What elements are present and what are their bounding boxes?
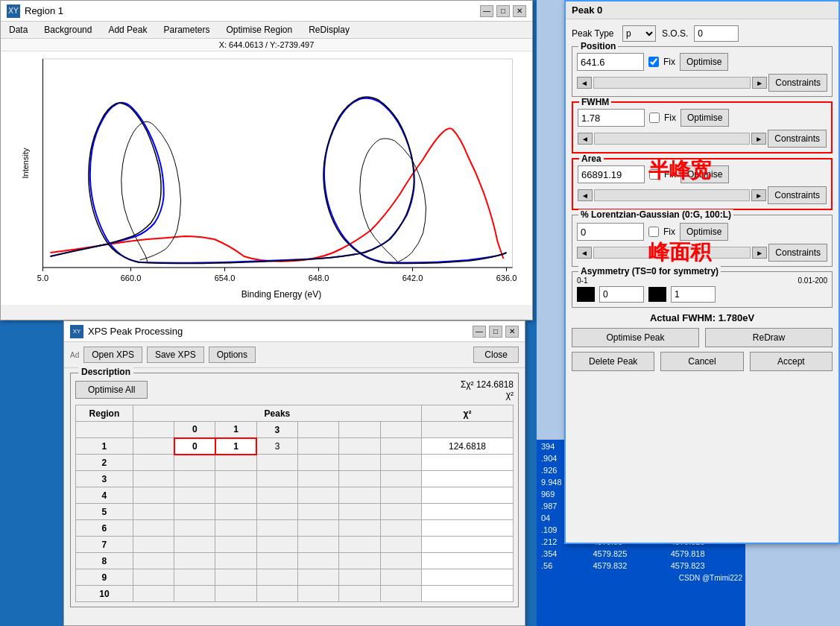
- cancel-button[interactable]: Cancel: [660, 352, 743, 371]
- xps-minimize-button[interactable]: —: [473, 326, 486, 338]
- xps-chart: Intensity 5.0 660.0 654.0 648.0 642.0 63…: [1, 51, 532, 305]
- menu-optimise-region[interactable]: Optimise Region: [224, 24, 294, 36]
- menu-redisplay[interactable]: ReDisplay: [306, 24, 352, 36]
- description-section: Description Optimise All Σχ² 124.6818 χ²…: [70, 373, 519, 607]
- bottom-btn-row-1: Optimise Peak ReDraw: [572, 328, 833, 347]
- region-title: Region 1: [25, 5, 63, 16]
- position-slider-row: ◄ ► Constraints: [577, 74, 827, 92]
- table-row: .56 4579.832 4579.823: [538, 560, 744, 571]
- asym-color-box-2: [648, 287, 666, 302]
- position-optimise-button[interactable]: Optimise: [680, 53, 728, 71]
- redraw-button[interactable]: ReDraw: [705, 328, 833, 347]
- peak-0-cell[interactable]: 0: [174, 438, 215, 455]
- table-row: 1 0 1 3 124.6818: [76, 438, 514, 455]
- delete-peak-button[interactable]: Delete Peak: [572, 352, 654, 371]
- area-slider-row: ◄ ► Constraints: [578, 186, 827, 204]
- chi2-value: 124.6818: [476, 379, 514, 390]
- fwhm-optimise-button[interactable]: Optimise: [680, 109, 729, 127]
- menu-parameters[interactable]: Parameters: [161, 24, 212, 36]
- xps-toolbar-close-button[interactable]: Close: [473, 347, 519, 363]
- position-constraints-button[interactable]: Constraints: [768, 74, 827, 92]
- fwhm-slider-right[interactable]: ►: [751, 133, 766, 145]
- fwhm-input[interactable]: [578, 109, 645, 127]
- asym-range-row: 0-1 0.01-200: [577, 276, 827, 285]
- position-fix-checkbox[interactable]: [648, 57, 659, 67]
- asymmetry-legend: Asymmetry (TS=0 for symmetry): [578, 266, 721, 276]
- accept-button[interactable]: Accept: [750, 352, 833, 371]
- svg-text:Intensity: Intensity: [21, 148, 30, 178]
- chi-info: Σχ² 124.6818 χ²: [461, 379, 514, 400]
- area-slider-right[interactable]: ►: [751, 189, 766, 201]
- fwhm-legend: FWHM: [579, 97, 611, 107]
- lorentzian-constraints-button[interactable]: Constraints: [768, 244, 827, 262]
- fwhm-inner: Fix Optimise: [578, 109, 827, 127]
- xps-maximize-button[interactable]: □: [489, 326, 502, 338]
- titlebar-left: XY Region 1: [7, 4, 63, 18]
- asym-input-1[interactable]: [599, 286, 644, 303]
- svg-text:654.0: 654.0: [215, 274, 236, 282]
- asym-range1: 0-1: [577, 276, 587, 285]
- peak-1-cell[interactable]: 1: [215, 438, 256, 455]
- area-constraints-button[interactable]: Constraints: [768, 186, 827, 204]
- asymmetry-group: Asymmetry (TS=0 for symmetry) 0-1 0.01-2…: [572, 271, 833, 308]
- position-slider-left[interactable]: ◄: [577, 77, 592, 89]
- region-titlebar: XY Region 1 — □ ✕: [1, 1, 532, 22]
- fwhm-slider-left[interactable]: ◄: [578, 133, 593, 145]
- asym-color-box-1: [577, 287, 595, 302]
- area-input[interactable]: [578, 165, 645, 183]
- area-watermark: 峰面积: [648, 238, 711, 267]
- table-row: 2: [76, 455, 514, 471]
- xps-window: XY XPS Peak Processing — □ ✕ Ad Open XPS…: [63, 320, 525, 626]
- chi2-label: Σχ²: [461, 379, 476, 390]
- sos-input[interactable]: [694, 25, 739, 42]
- fwhm-watermark: 半峰宽: [648, 156, 711, 185]
- table-row: 9: [76, 569, 514, 586]
- maximize-button[interactable]: □: [496, 5, 510, 17]
- position-slider-right[interactable]: ►: [752, 77, 767, 89]
- fwhm-fix-checkbox[interactable]: [649, 113, 660, 123]
- peak-titlebar: Peak 0: [566, 1, 839, 19]
- region-icon: XY: [7, 4, 20, 18]
- fwhm-group: FWHM Fix Optimise ◄ ► Constraints: [572, 101, 833, 154]
- open-xps-button[interactable]: Open XPS: [83, 347, 142, 363]
- optimise-peak-button[interactable]: Optimise Peak: [572, 328, 699, 347]
- position-input[interactable]: [577, 53, 644, 71]
- position-legend: Position: [578, 41, 618, 51]
- lorentzian-slider-right[interactable]: ►: [752, 247, 767, 259]
- chi2-col-header: χ²: [422, 405, 514, 422]
- fwhm-slider-track[interactable]: [594, 133, 750, 145]
- xps-window-controls: — □ ✕: [473, 326, 519, 338]
- region-window: XY Region 1 — □ ✕ Data Background Add Pe…: [0, 0, 533, 320]
- fwhm-constraints-button[interactable]: Constraints: [768, 130, 827, 148]
- position-slider-track[interactable]: [593, 77, 751, 89]
- xps-close-button[interactable]: ✕: [505, 326, 519, 338]
- options-button[interactable]: Options: [209, 347, 256, 363]
- peak-content: Peak Type p g l S.O.S. Position Fix Opti…: [566, 19, 839, 377]
- svg-text:660.0: 660.0: [121, 274, 142, 282]
- close-button[interactable]: ✕: [513, 5, 526, 17]
- menu-data[interactable]: Data: [7, 24, 30, 36]
- sos-label: S.O.S.: [662, 28, 688, 39]
- lorentzian-slider-left[interactable]: ◄: [577, 247, 592, 259]
- region-header: Region: [76, 405, 133, 422]
- svg-text:648.0: 648.0: [309, 274, 329, 282]
- peak-table: Region Peaks χ² 0 1 3 1: [75, 405, 514, 602]
- menu-background[interactable]: Background: [42, 24, 94, 36]
- actual-fwhm-row: Actual FWHM: 1.780eV: [572, 312, 833, 323]
- area-slider-track[interactable]: [594, 189, 750, 201]
- menu-add-peak[interactable]: Add Peak: [106, 24, 149, 36]
- lorentzian-input[interactable]: [577, 223, 644, 241]
- lorentzian-fix-checkbox[interactable]: [648, 227, 659, 237]
- xps-titlebar: XY XPS Peak Processing — □ ✕: [64, 321, 525, 342]
- lorentzian-legend: % Lorentzian-Gaussian (0:G, 100:L): [578, 209, 733, 220]
- coord-bar: X: 644.0613 / Y:-2739.497: [1, 39, 532, 51]
- asym-range2: 0.01-200: [798, 276, 827, 285]
- area-slider-left[interactable]: ◄: [578, 189, 593, 201]
- optimise-all-button[interactable]: Optimise All: [75, 381, 148, 399]
- region-menubar: Data Background Add Peak Parameters Opti…: [1, 22, 532, 39]
- minimize-button[interactable]: —: [480, 5, 493, 17]
- peak-type-select[interactable]: p g l: [622, 25, 656, 42]
- peak-type-row: Peak Type p g l S.O.S.: [572, 25, 833, 42]
- asym-input-2[interactable]: [671, 286, 716, 303]
- save-xps-button[interactable]: Save XPS: [147, 347, 204, 363]
